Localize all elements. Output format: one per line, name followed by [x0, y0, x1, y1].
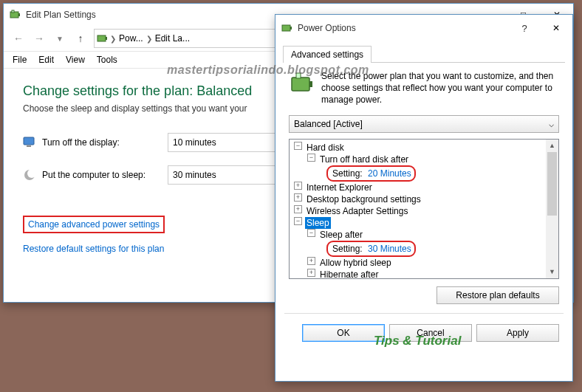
- svg-point-8: [27, 169, 36, 178]
- forward-arrow-icon[interactable]: →: [29, 28, 49, 49]
- expand-icon[interactable]: +: [294, 205, 302, 213]
- collapse-icon[interactable]: −: [294, 217, 302, 225]
- sleep-setting-value[interactable]: 30 Minutes: [368, 244, 411, 254]
- settings-tree-box: −Hard disk −Turn off hard disk after Set…: [289, 139, 559, 279]
- svg-rect-2: [12, 10, 14, 13]
- apply-button[interactable]: Apply: [476, 324, 559, 342]
- dialog-titlebar: Power Options ? ✕: [275, 15, 572, 41]
- menu-file[interactable]: File: [7, 53, 32, 66]
- tree-hard-disk[interactable]: Hard disk: [305, 142, 346, 154]
- svg-rect-5: [24, 137, 34, 145]
- moon-icon: [23, 168, 36, 182]
- svg-rect-11: [292, 78, 309, 91]
- dialog-description: Select the power plan that you want to c…: [321, 70, 556, 106]
- divider: [284, 313, 564, 314]
- power-plan-select[interactable]: Balanced [Active]: [289, 115, 559, 133]
- crumb-power[interactable]: Pow...: [116, 33, 146, 44]
- up-arrow-icon[interactable]: ↑: [70, 28, 91, 49]
- cancel-button[interactable]: Cancel: [389, 324, 472, 342]
- ok-button[interactable]: OK: [302, 324, 385, 342]
- svg-rect-6: [27, 145, 31, 147]
- tab-strip: Advanced settings: [275, 41, 572, 63]
- dialog-close-button[interactable]: ✕: [539, 15, 572, 41]
- svg-rect-12: [309, 81, 312, 87]
- battery-icon: [289, 70, 315, 97]
- svg-rect-3: [97, 35, 106, 41]
- display-value: 10 minutes: [173, 137, 216, 148]
- dialog-footer: OK Cancel Apply: [275, 318, 572, 349]
- back-arrow-icon[interactable]: ←: [8, 28, 29, 49]
- menu-edit[interactable]: Edit: [32, 53, 60, 66]
- battery-icon: [97, 32, 109, 44]
- display-label: Turn off the display:: [42, 137, 168, 148]
- sleep-setting-label[interactable]: Setting:: [331, 244, 364, 254]
- tree-hibernate[interactable]: Hibernate after: [318, 269, 380, 278]
- collapse-icon[interactable]: −: [294, 142, 302, 150]
- tree-sleep[interactable]: Sleep: [305, 217, 331, 229]
- tree-scrollbar[interactable]: ▲ ▼: [546, 140, 558, 278]
- hd-setting-label[interactable]: Setting:: [331, 168, 364, 179]
- scroll-down-icon[interactable]: ▼: [546, 266, 558, 278]
- description-row: Select the power plan that you want to c…: [275, 63, 572, 114]
- monitor-icon: [23, 136, 36, 149]
- expand-icon[interactable]: +: [307, 269, 315, 277]
- collapse-icon[interactable]: −: [307, 229, 315, 237]
- advanced-power-settings-link[interactable]: Change advanced power settings: [23, 216, 165, 233]
- restore-row: Restore plan defaults: [275, 279, 572, 309]
- menu-tools[interactable]: Tools: [91, 53, 123, 66]
- restore-plan-defaults-button[interactable]: Restore plan defaults: [437, 286, 559, 304]
- hd-setting-highlight: Setting: 20 Minutes: [326, 165, 416, 182]
- battery-icon: [281, 22, 293, 34]
- menu-view[interactable]: View: [60, 53, 91, 66]
- sleep-setting-highlight: Setting: 30 Minutes: [326, 241, 416, 257]
- power-options-dialog: Power Options ? ✕ Advanced settings Sele…: [275, 14, 573, 382]
- crumb-edit[interactable]: Edit La...: [152, 33, 193, 44]
- battery-icon: [10, 9, 21, 21]
- svg-rect-4: [106, 37, 107, 40]
- plan-value: Balanced [Active]: [294, 119, 363, 129]
- help-button[interactable]: ?: [510, 15, 539, 41]
- window-title: Edit Plan Settings: [26, 10, 96, 20]
- recent-dropdown-icon[interactable]: ▼: [49, 28, 70, 49]
- svg-rect-1: [18, 13, 20, 16]
- tree-internet-explorer[interactable]: Internet Explorer: [305, 182, 374, 193]
- collapse-icon[interactable]: −: [307, 154, 315, 162]
- tree-turnoff-hd[interactable]: Turn off hard disk after: [318, 154, 410, 165]
- hd-setting-value[interactable]: 20 Minutes: [368, 168, 411, 179]
- dialog-controls: ? ✕: [510, 15, 572, 41]
- sleep-label: Put the computer to sleep:: [42, 170, 168, 180]
- scroll-thumb[interactable]: [547, 152, 557, 216]
- chevron-right-icon[interactable]: ❯: [146, 35, 152, 43]
- chevron-right-icon[interactable]: ❯: [110, 35, 116, 43]
- scroll-up-icon[interactable]: ▲: [546, 140, 558, 152]
- tree-desktop-bg[interactable]: Desktop background settings: [305, 193, 422, 205]
- tree-wireless[interactable]: Wireless Adapter Settings: [305, 205, 409, 217]
- settings-tree[interactable]: −Hard disk −Turn off hard disk after Set…: [290, 140, 546, 278]
- expand-icon[interactable]: +: [307, 257, 315, 265]
- tree-sleep-after[interactable]: Sleep after: [318, 229, 364, 241]
- tab-advanced-settings[interactable]: Advanced settings: [283, 46, 372, 63]
- svg-rect-10: [290, 27, 292, 30]
- dialog-title: Power Options: [298, 23, 356, 33]
- sleep-value: 30 minutes: [173, 170, 216, 180]
- svg-rect-9: [282, 25, 290, 31]
- expand-icon[interactable]: +: [294, 193, 302, 202]
- expand-icon[interactable]: +: [294, 182, 302, 190]
- tree-allow-hybrid[interactable]: Allow hybrid sleep: [318, 257, 393, 269]
- svg-rect-13: [296, 73, 301, 78]
